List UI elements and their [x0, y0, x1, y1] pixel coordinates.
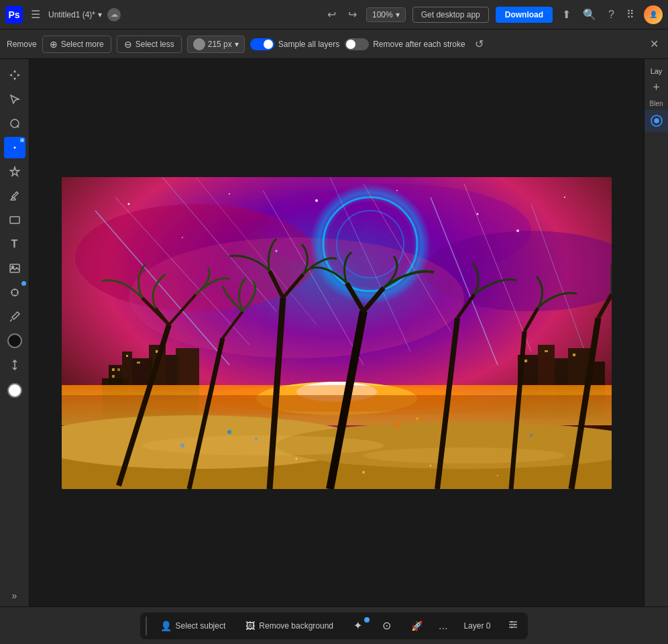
- tool-select[interactable]: [4, 89, 25, 110]
- tool-effect[interactable]: [4, 282, 25, 303]
- blend-label: Blen: [649, 100, 663, 107]
- toolbar-divider: [146, 616, 147, 635]
- svg-rect-51: [524, 360, 527, 362]
- sample-all-layers-label: Sample all layers: [278, 40, 339, 49]
- apps-button[interactable]: ⠿: [624, 5, 637, 23]
- canvas-image[interactable]: [62, 177, 612, 489]
- more-tools-button[interactable]: »: [12, 590, 17, 601]
- chevron-down-icon[interactable]: ▾: [98, 10, 102, 19]
- get-desktop-button[interactable]: Get desktop app: [412, 7, 489, 23]
- tool-move-vert[interactable]: [4, 354, 25, 376]
- svg-rect-43: [126, 355, 128, 357]
- svg-point-30: [182, 237, 183, 238]
- download-button[interactable]: Download: [496, 7, 553, 23]
- svg-point-105: [511, 626, 513, 628]
- svg-point-93: [180, 443, 184, 447]
- foreground-color[interactable]: [4, 330, 25, 352]
- sample-all-layers-toggle[interactable]: [250, 38, 274, 50]
- more-options-button[interactable]: ...: [433, 616, 453, 636]
- left-sidebar: ✦ T »: [0, 59, 30, 606]
- tool-rectangle[interactable]: [4, 209, 25, 231]
- remove-after-label: Remove after each stroke: [373, 40, 465, 49]
- svg-point-99: [655, 119, 659, 123]
- tool-lasso[interactable]: [4, 113, 25, 134]
- file-title: Untitled1 (4)* ▾: [48, 10, 102, 19]
- tool-image[interactable]: [4, 258, 25, 279]
- svg-point-89: [255, 437, 258, 440]
- svg-point-27: [396, 190, 398, 191]
- svg-point-66: [142, 435, 384, 455]
- close-button[interactable]: ✕: [647, 35, 661, 53]
- svg-rect-52: [545, 350, 548, 352]
- select-subject-label: Select subject: [176, 621, 226, 631]
- svg-point-1: [13, 147, 15, 149]
- right-panel: Lay + Blen: [644, 59, 668, 606]
- svg-point-96: [430, 464, 432, 466]
- cloud-icon[interactable]: ☁: [107, 8, 121, 21]
- select-subject-icon: 👤: [160, 621, 172, 631]
- zoom-control[interactable]: 100% ▾: [366, 7, 406, 22]
- svg-point-4: [11, 266, 13, 268]
- help-button[interactable]: ?: [606, 6, 617, 23]
- select-more-label: Select more: [61, 40, 104, 49]
- hamburger-menu[interactable]: ☰: [28, 5, 43, 23]
- svg-point-31: [276, 250, 278, 252]
- brush-size-chevron: ▾: [235, 40, 239, 49]
- svg-point-104: [514, 623, 516, 625]
- brush-preview: [193, 38, 205, 50]
- svg-point-94: [296, 458, 298, 460]
- undo-button[interactable]: ↩: [325, 5, 339, 23]
- add-layer-button[interactable]: +: [650, 78, 663, 97]
- svg-point-28: [477, 213, 479, 215]
- healing-icon: ⊙: [382, 619, 391, 632]
- svg-rect-44: [137, 362, 140, 364]
- retype-button[interactable]: 🚀: [402, 616, 432, 635]
- file-title-text: Untitled1 (4)*: [48, 10, 95, 19]
- select-less-label: Select less: [135, 40, 174, 49]
- history-button[interactable]: ↺: [475, 38, 484, 50]
- svg-rect-40: [112, 368, 115, 371]
- retype-icon: 🚀: [411, 621, 423, 631]
- select-subject-button[interactable]: 👤 Select subject: [151, 616, 235, 635]
- background-color[interactable]: [4, 380, 25, 401]
- remove-after-toggle[interactable]: [345, 38, 369, 50]
- svg-point-25: [229, 193, 230, 195]
- svg-point-97: [497, 475, 498, 476]
- layers-label: Lay: [651, 67, 663, 75]
- svg-point-90: [395, 423, 399, 427]
- brush-size-control[interactable]: 215 px ▾: [187, 36, 245, 53]
- main-area: ✦ T »: [0, 59, 668, 606]
- healing-button[interactable]: ⊙: [373, 615, 400, 636]
- redo-button[interactable]: ↪: [345, 5, 359, 23]
- select-more-button[interactable]: ⊕ Select more: [42, 36, 111, 53]
- tool-ai[interactable]: [4, 161, 25, 182]
- tool-text[interactable]: T: [4, 233, 25, 255]
- bottom-toolbar-inner: 👤 Select subject 🖼 Remove background ✦ ⊙…: [140, 612, 528, 639]
- remove-background-button[interactable]: 🖼 Remove background: [236, 616, 343, 635]
- layer-name: Layer 0: [463, 621, 490, 631]
- tool-eyedropper[interactable]: [4, 306, 25, 327]
- search-button[interactable]: 🔍: [580, 5, 599, 23]
- layer-highlight: [645, 110, 668, 131]
- remove-after-group: Remove after each stroke: [345, 38, 465, 50]
- sample-all-layers-group: Sample all layers: [250, 38, 339, 50]
- tool-brush[interactable]: [4, 185, 25, 207]
- remove-bg-icon: 🖼: [245, 621, 255, 631]
- generative-fill-button[interactable]: ✦: [344, 615, 372, 636]
- svg-point-24: [128, 203, 130, 205]
- canvas-area[interactable]: [30, 59, 644, 606]
- avatar[interactable]: 👤: [644, 5, 663, 24]
- select-less-button[interactable]: ⊖ Select less: [117, 36, 182, 53]
- share-button[interactable]: ⬆: [559, 5, 573, 23]
- tool-magic-wand[interactable]: ✦: [4, 137, 25, 158]
- layer-info: Layer 0: [454, 617, 500, 635]
- layer-settings-button[interactable]: [501, 615, 525, 637]
- svg-point-59: [135, 395, 538, 415]
- tool-move[interactable]: [4, 64, 25, 86]
- svg-rect-2: [10, 217, 19, 223]
- menu-bar: Ps ☰ Untitled1 (4)* ▾ ☁ ↩ ↪ 100% ▾ Get d…: [0, 0, 668, 30]
- options-toolbar: Remove ⊕ Select more ⊖ Select less 215 p…: [0, 30, 668, 59]
- zoom-chevron-icon: ▾: [396, 10, 400, 19]
- svg-point-92: [530, 434, 533, 437]
- svg-point-29: [564, 197, 565, 198]
